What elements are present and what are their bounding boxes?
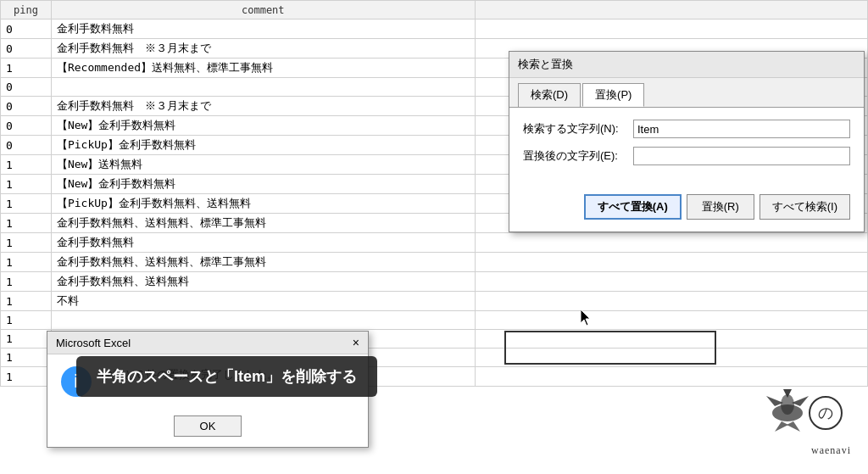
cell-comment[interactable] [51,78,475,97]
find-all-button[interactable]: すべて検索(I) [760,194,850,220]
replace-label: 置換後の文字列(E): [523,148,633,164]
table-row: 1 [1,311,868,330]
msgbox-title-text: Microsoft Excel [56,337,131,349]
header-extra [475,1,867,20]
search-row: 検索する文字列(N): [523,120,850,138]
msgbox-buttons: OK [47,409,368,447]
dialog-buttons: すべて置換(A) 置換(R) すべて検索(I) [509,186,864,231]
svg-marker-5 [775,421,788,432]
cell-comment[interactable]: 【New】金利手数料無料 [51,175,475,194]
table-row: 0金利手数料無料 [1,20,868,39]
cell-comment[interactable]: 【New】金利手数料無料 [51,116,475,136]
cell-ping[interactable]: 0 [1,136,52,155]
cell-ping[interactable]: 1 [1,311,52,330]
search-input[interactable] [633,120,850,138]
tooltip-banner: 半角のスペースと「Item」を削除する [76,356,377,397]
dialog-tabs: 検索(D) 置換(P) [509,78,864,107]
table-row: 1金利手数料無料、送料無料 [1,272,868,292]
cell-comment[interactable]: 金利手数料無料 [51,233,475,253]
table-row: 1金利手数料無料 [1,233,868,253]
cell-ping[interactable]: 1 [1,194,52,214]
cell-comment[interactable] [51,311,475,330]
cell-ping[interactable]: 0 [1,39,52,59]
cell-ping[interactable]: 1 [1,233,52,253]
cell-extra[interactable] [475,20,867,39]
cell-comment[interactable]: 【PickUp】金利手数料無料 [51,136,475,155]
cell-ping[interactable]: 1 [1,155,52,175]
svg-marker-6 [787,421,800,432]
logo-circle: の [809,396,843,430]
cell-comment[interactable]: 【New】送料無料 [51,155,475,175]
header-comment: comment [51,1,475,20]
cell-extra[interactable] [475,233,867,253]
msgbox-ok-button[interactable]: OK [174,415,242,437]
replace-all-button[interactable]: すべて置換(A) [584,194,682,220]
cell-comment[interactable]: 金利手数料無料、送料無料、標準工事無料 [51,214,475,233]
cell-ping[interactable]: 0 [1,20,52,39]
cell-extra[interactable] [475,330,867,349]
cell-ping[interactable]: 1 [1,175,52,194]
table-row: 1不料 [1,292,868,311]
cell-ping[interactable]: 0 [1,116,52,136]
cell-comment[interactable]: 不料 [51,292,475,311]
cell-ping[interactable]: 1 [1,349,52,367]
cell-extra[interactable] [475,349,867,367]
cell-ping[interactable]: 0 [1,97,52,116]
search-label: 検索する文字列(N): [523,121,633,137]
header-ping: ping [1,1,52,20]
table-row: 1金利手数料無料、送料無料、標準工事無料 [1,253,868,272]
cell-comment[interactable]: 金利手数料無料 ※３月末まで [51,97,475,116]
cell-comment[interactable]: 金利手数料無料、送料無料、標準工事無料 [51,253,475,272]
cell-ping[interactable]: 1 [1,272,52,292]
msgbox-title: Microsoft Excel × [47,332,368,354]
cell-ping[interactable]: 1 [1,253,52,272]
cell-extra[interactable] [475,253,867,272]
cell-ping[interactable]: 1 [1,330,52,349]
svg-marker-1 [766,396,783,406]
cell-ping[interactable]: 1 [1,214,52,233]
logo: の waenavi [749,389,851,457]
dialog-body: 検索する文字列(N): 置換後の文字列(E): [509,107,864,186]
replace-input[interactable] [633,147,850,165]
find-replace-dialog: 検索と置換 検索(D) 置換(P) 検索する文字列(N): 置換後の文字列(E)… [509,51,865,232]
logo-text: waenavi [811,444,851,457]
cell-comment[interactable]: 金利手数料無料 ※３月末まで [51,39,475,59]
replace-row: 置換後の文字列(E): [523,147,850,165]
cell-extra[interactable] [475,272,867,292]
cell-comment[interactable]: 【PickUp】金利手数料無料、送料無料 [51,194,475,214]
msgbox-close-button[interactable]: × [353,336,359,349]
cell-ping[interactable]: 1 [1,292,52,311]
cell-comment[interactable]: 金利手数料無料、送料無料 [51,272,475,292]
dialog-title: 検索と置換 [509,52,864,78]
tab-replace[interactable]: 置換(P) [582,83,644,107]
cell-ping[interactable]: 0 [1,78,52,97]
cell-extra[interactable] [475,367,867,387]
cell-extra[interactable] [475,292,867,311]
cell-ping[interactable]: 1 [1,59,52,78]
tab-search[interactable]: 検索(D) [518,83,581,107]
replace-button[interactable]: 置換(R) [687,194,754,220]
svg-marker-2 [792,396,809,406]
cell-comment[interactable]: 【Recommended】送料無料、標準工事無料 [51,59,475,78]
cell-ping[interactable]: 1 [1,367,52,387]
cell-comment[interactable]: 金利手数料無料 [51,20,475,39]
cell-extra[interactable] [475,311,867,330]
